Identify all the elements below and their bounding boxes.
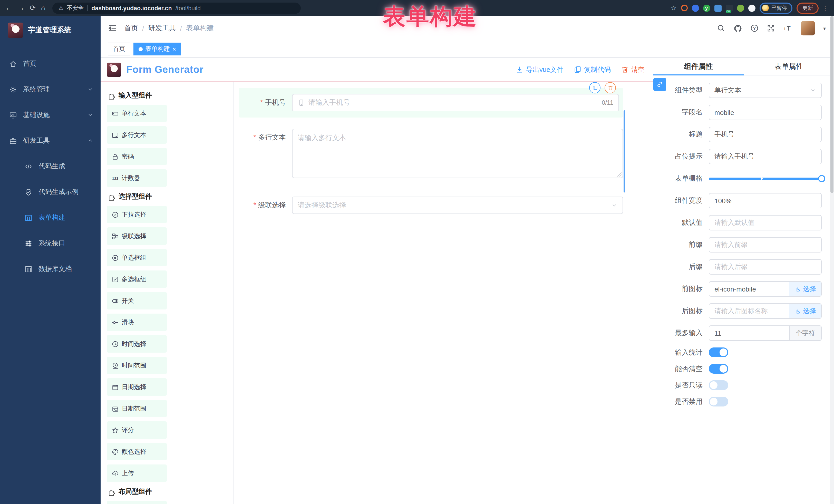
security-label[interactable]: 不安全 [67, 4, 84, 12]
fullscreen-icon[interactable] [767, 24, 775, 32]
word-limit-toggle[interactable] [709, 348, 728, 357]
tab-form-props[interactable]: 表单属性 [744, 58, 834, 75]
tag-form-builder[interactable]: 表单构建 × [133, 43, 181, 56]
choose-suffix-icon-button[interactable]: 选择 [789, 303, 822, 319]
bookmark-star-icon[interactable]: ☆ [671, 4, 677, 12]
page-scrollbar[interactable] [830, 16, 834, 504]
palette-item-counter[interactable]: 计数器 [107, 169, 167, 187]
search-icon[interactable] [717, 24, 725, 32]
tags-view-bar: 首页 表单构建 × [101, 41, 834, 58]
palette-item-date-picker[interactable]: 日期选择 [107, 378, 167, 396]
sidebar-item-system[interactable]: 系统管理 [0, 76, 101, 102]
palette-item-date-range[interactable]: 日期范围 [107, 400, 167, 417]
palette-item-upload[interactable]: 上传 [107, 464, 167, 482]
palette-item-password[interactable]: 密码 [107, 148, 167, 165]
help-icon[interactable] [750, 24, 759, 32]
browser-back-icon[interactable]: ← [5, 0, 12, 16]
user-avatar[interactable] [800, 21, 815, 36]
breadcrumb-devtools[interactable]: 研发工具 [148, 24, 176, 33]
clear-button[interactable]: 清空 [621, 65, 644, 74]
palette-item-cascader[interactable]: 级联选择 [107, 227, 167, 245]
prop-label: 输入统计 [658, 348, 709, 357]
form-item-cascader[interactable]: 级联选择 请选择级联选择 [239, 197, 623, 214]
max-length-input[interactable]: 11 [709, 325, 790, 341]
prop-row-suffix: 后缀 请输入后缀 [658, 259, 822, 275]
extensions-puzzle-icon[interactable] [748, 4, 755, 12]
breadcrumb-home[interactable]: 首页 [124, 24, 138, 33]
sidebar-item-codegen-demo[interactable]: 代码生成示例 [0, 179, 101, 205]
extension-icon[interactable]: y [703, 4, 710, 12]
palette-item-color-picker[interactable]: 颜色选择 [107, 443, 167, 460]
suffix-icon-input[interactable]: 请输入后图标名称 [709, 303, 789, 319]
browser-home-icon[interactable]: ⌂ [41, 0, 45, 16]
extension-icon[interactable]: on [725, 4, 733, 12]
profile-paused-chip[interactable]: 已暂停 [759, 2, 792, 14]
user-menu-caret-icon[interactable]: ▾ [823, 25, 826, 31]
placeholder-input[interactable]: 请输入手机号 [709, 149, 822, 164]
duplicate-item-button[interactable] [589, 82, 600, 93]
suffix-input[interactable]: 请输入后缀 [709, 259, 822, 275]
field-name-input[interactable]: mobile [709, 105, 822, 120]
sidebar-item-devtools[interactable]: 研发工具 [0, 128, 101, 153]
palette-item-switch[interactable]: 开关 [107, 292, 167, 309]
close-icon[interactable]: × [172, 46, 176, 52]
palette-item-rate[interactable]: 评分 [107, 421, 167, 439]
canvas-scrollbar-thumb[interactable] [623, 110, 625, 193]
title-input[interactable]: 手机号 [709, 127, 822, 142]
cascader-select[interactable]: 请选择级联选择 [292, 197, 623, 214]
form-item-mobile[interactable]: 手机号 请输入手机号 0/11 [239, 88, 623, 117]
sidebar-item-home[interactable]: 首页 [0, 51, 101, 76]
component-type-select[interactable]: 单行文本 [709, 83, 822, 98]
chrome-update-button[interactable]: 更新 [796, 2, 819, 14]
export-vue-button[interactable]: 导出vue文件 [516, 65, 564, 74]
readonly-toggle[interactable] [709, 380, 728, 390]
extension-icon[interactable] [714, 4, 721, 12]
copy-code-button[interactable]: 复制代码 [574, 65, 611, 74]
doc-link-button[interactable] [653, 78, 666, 91]
github-icon[interactable] [733, 24, 742, 32]
sidebar-item-codegen[interactable]: 代码生成 [0, 153, 101, 179]
palette-item-radio-group[interactable]: 单选框组 [107, 249, 167, 266]
delete-item-button[interactable] [605, 82, 616, 93]
mobile-input[interactable]: 请输入手机号 0/11 [292, 94, 619, 111]
palette-item-slider[interactable]: 滑块 [107, 313, 167, 331]
collapse-sidebar-icon[interactable] [108, 24, 117, 33]
address-bar[interactable]: ⚠ 不安全 dashboard.yudao.iocoder.cn/tool/bu… [52, 2, 301, 14]
extension-icon[interactable] [737, 4, 744, 12]
choose-prefix-icon-button[interactable]: 选择 [789, 281, 822, 297]
form-grid-slider[interactable] [709, 171, 822, 186]
extension-icon[interactable] [681, 5, 687, 11]
clearable-toggle[interactable] [709, 364, 728, 374]
palette-item-label: 单行文本 [122, 109, 146, 118]
font-size-icon[interactable] [783, 24, 792, 32]
browser-forward-icon[interactable]: → [18, 0, 25, 16]
textarea-input[interactable]: 请输入多行文本 [292, 129, 623, 178]
palette-item-time-picker[interactable]: 时间选择 [107, 335, 167, 353]
sidebar-item-form-builder[interactable]: 表单构建 [0, 205, 101, 231]
sidebar-item-infra[interactable]: 基础设施 [0, 102, 101, 128]
default-value-input[interactable]: 请输入默认值 [709, 215, 822, 231]
component-width-input[interactable]: 100% [709, 193, 822, 209]
disabled-toggle[interactable] [709, 397, 728, 407]
browser-reload-icon[interactable]: ⟳ [30, 0, 36, 16]
palette-item-row-container[interactable]: 行容器 [107, 501, 167, 504]
tab-component-props[interactable]: 组件属性 [653, 58, 744, 75]
slider-handle[interactable] [818, 175, 825, 182]
palette-item-multi-text[interactable]: 多行文本 [107, 126, 167, 144]
extension-icon[interactable] [692, 4, 699, 12]
browser-menu-icon[interactable]: ⋮ [823, 4, 829, 12]
palette-item-checkbox-group[interactable]: 多选框组 [107, 270, 167, 288]
drawing-board[interactable]: 手机号 请输入手机号 0/11 多行文本 [234, 82, 653, 504]
sidebar-item-system-api[interactable]: 系统接口 [0, 231, 101, 256]
prefix-input[interactable]: 请输入前缀 [709, 237, 822, 253]
palette-item-time-range[interactable]: 时间范围 [107, 357, 167, 374]
palette-item-single-text[interactable]: 单行文本 [107, 105, 167, 122]
prefix-icon-input[interactable]: el-icon-mobile [709, 281, 789, 297]
sidebar-item-db-doc[interactable]: 数据库文档 [0, 256, 101, 282]
app-logo-row[interactable]: 芋道管理系统 [0, 16, 101, 45]
tag-home[interactable]: 首页 [108, 43, 130, 56]
form-item-textarea[interactable]: 多行文本 请输入多行文本 [239, 129, 623, 178]
page-scrollbar-thumb[interactable] [830, 16, 833, 193]
palette-item-select[interactable]: 下拉选择 [107, 206, 167, 223]
prop-row-suffix-icon: 后图标 请输入后图标名称 选择 [658, 303, 822, 319]
